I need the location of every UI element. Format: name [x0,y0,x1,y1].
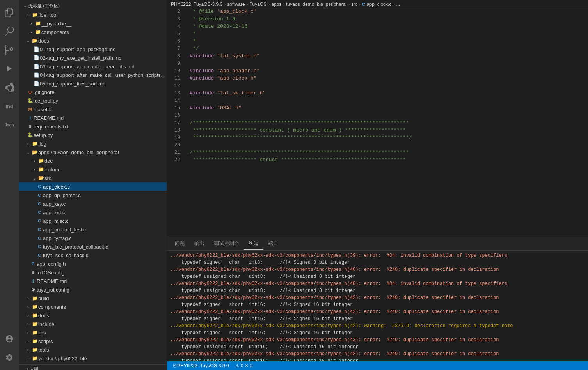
sidebar-item-apps[interactable]: ⌄ 📂 apps \ tuyaos_demo_ble_peripheral [19,148,167,157]
txt-icon: ≡ [30,270,37,275]
arrow-icon: › [25,331,31,335]
sidebar-item-requirements[interactable]: ≡ requiements.txt [19,122,167,131]
terminal-output[interactable]: ../vendor/phy6222_ble/sdk/phy62xx-sdk-v3… [167,251,588,361]
account-icon[interactable] [0,329,19,348]
arrow-expanded-icon: ⌄ [25,39,31,43]
status-errors[interactable]: ⚠ 0 ✕ 0 [232,361,256,370]
folder-icon: 📁 [31,330,38,335]
sidebar-item-app-misc-c[interactable]: C app_misc.c [19,217,167,225]
code-line-17: 17 /************************************… [167,120,588,127]
sidebar-item-app-tymsg-c[interactable]: C app_tymsg.c [19,234,167,242]
md-file-icon: 📄 [33,46,40,52]
folder-open-icon: 📂 [31,38,38,43]
sidebar-item-tag04[interactable]: 📄 04-tag_support_after_make_call_user_py… [19,71,167,79]
arrow-icon: › [31,167,37,172]
sidebar-item-ide-tool-py[interactable]: 🐍 ide_tool.py [19,96,167,105]
git-icon: ⊙ [27,89,34,95]
workspace-title[interactable]: ⌄ 无标题 (工作区) [19,0,167,11]
sidebar-item-components2[interactable]: › 📁 components [19,302,167,311]
run-debug-icon[interactable] [0,59,19,78]
c-file-icon: C [36,253,43,258]
code-line-2: 2 * @file 'app_clock.c' [167,9,588,16]
sidebar-item-tag05[interactable]: 📄 05-tag_support_files_sort.md [19,79,167,88]
sidebar-item-readme-apps[interactable]: ℹ README.md [19,277,167,285]
terminal-line: ../vendor/phy6222_ble/sdk/phy62xx-sdk-v3… [170,252,585,259]
sidebar-item-vendor[interactable]: › 📁 vendor \ phy6222_ble [19,354,167,363]
c-file-icon: C [36,244,43,249]
tab-output[interactable]: 输出 [190,238,209,250]
terminal-line: typedef signed short int16; //!< Signed … [170,301,585,308]
sidebar-item-gitignore[interactable]: ⊙ .gitignore [19,88,167,96]
source-control-icon[interactable] [0,41,19,59]
md-file-icon: 📄 [33,64,40,69]
sidebar-item-log[interactable]: › 📁 .log [19,139,167,148]
status-branch[interactable]: ⎘ PHY6222_TuyaOS-3.9.0 [170,361,232,370]
sidebar-item-app-dp-parser-c[interactable]: C app_dp_parser.c [19,191,167,199]
tab-debug-console[interactable]: 调试控制台 [209,238,244,250]
code-line-7: 7 */ [167,46,588,53]
settings-icon: ⚙ [30,287,37,292]
terminal-line: ../vendor/phy6222_ble/sdk/phy62xx-sdk-v3… [170,294,585,301]
arrow-icon: › [25,322,31,326]
explorer-icon[interactable] [0,3,19,22]
folder-icon: 📁 [34,21,41,26]
windicss-icon[interactable]: ind [0,97,19,116]
editor-content[interactable]: 2 * @file 'app_clock.c' 3 * @version 1.0… [167,9,588,237]
sidebar-item-libs[interactable]: › 📁 libs [19,328,167,337]
code-line-21: 21 /************************************… [167,149,588,157]
sidebar-item-tag03[interactable]: 📄 03-tag_support_app_config_need_libs.md [19,62,167,71]
main-content: PHY6222_TuyaOS-3.9.0 › software › TuyaOS… [167,0,588,370]
sidebar-item-build[interactable]: › 📁 build [19,294,167,302]
py-file-icon: 🐍 [27,98,34,103]
sidebar-item-app-product-test-c[interactable]: C app_product_test.c [19,225,167,234]
folder-icon: 📁 [31,304,38,310]
sidebar-item-tools[interactable]: › 📁 tools [19,345,167,354]
arrow-icon: › [25,313,31,318]
terminal-line: ../vendor/phy6222_ble/sdk/phy62xx-sdk-v3… [170,308,585,315]
sidebar-item-include-sub[interactable]: › 📁 include [19,165,167,174]
extensions-icon[interactable] [0,78,19,97]
json-icon[interactable]: Json [0,116,19,134]
arrow-icon: › [28,30,34,34]
sidebar-item-docs2[interactable]: › 📁 docs [19,311,167,320]
tab-ports[interactable]: 端口 [263,238,283,250]
sidebar-item-app-clock-c[interactable]: C app_clock.c [19,182,167,191]
panel-tabs: 问题 输出 调试控制台 终端 端口 [167,237,588,251]
sidebar-item-docs[interactable]: ⌄ 📂 docs [19,36,167,45]
sidebar-item-pycache[interactable]: › 📁 __pycache__ [19,19,167,28]
code-line-3: 3 * @version 1.0 [167,16,588,23]
folder-icon: 📁 [31,295,38,301]
outline-section[interactable]: › 大纲 [19,365,167,370]
sidebar-item-components-root[interactable]: › 📁 components [19,28,167,36]
md-file-icon: 📄 [33,81,40,86]
sidebar-item-tuya-ble-protocol-c[interactable]: C tuya_ble_protocol_callback.c [19,242,167,251]
sidebar-item-doc-sub[interactable]: › 📁 doc [19,157,167,165]
sidebar-item-lotos-config[interactable]: ≡ loTOSconfig [19,268,167,277]
sidebar-item-scripts[interactable]: › 📁 scripts [19,337,167,345]
tab-problems[interactable]: 问题 [170,238,190,250]
terminal-line: typedef unsigned char uint8; //!< Unsign… [170,287,585,294]
sidebar-item-tuya-sdk-callback-c[interactable]: C tuya_sdk_callback.c [19,251,167,260]
c-file-icon: C [36,184,43,189]
tab-terminal[interactable]: 终端 [244,238,263,250]
sidebar-item-setup-py[interactable]: 🐍 setup.py [19,131,167,139]
settings-icon[interactable] [0,348,19,367]
sidebar-item-tag02[interactable]: 📄 02-tag_my_exe_get_install_path.md [19,53,167,62]
sidebar-item-tag01[interactable]: 📄 01-tag_support_app_package.md [19,45,167,53]
sidebar-item-include2[interactable]: › 📁 include [19,320,167,328]
sidebar-item-app-config-h[interactable]: C app_config.h [19,260,167,268]
c-file-icon: C [36,227,43,232]
sidebar-item-readme-root[interactable]: ℹ README.md [19,114,167,122]
sidebar-item-app-key-c[interactable]: C app_key.c [19,199,167,208]
sidebar-item-app-led-c[interactable]: C app_led.c [19,208,167,217]
folder-icon: 📁 [31,12,38,18]
code-line-9: 9 [167,60,588,68]
sidebar-item-ide-tool[interactable]: › 📁 .ide_tool [19,11,167,19]
sidebar-tree: › 📁 .ide_tool › 📁 __pycache__ › 📁 compon… [19,11,167,370]
arrow-icon: › [25,339,31,343]
sidebar-item-makefile[interactable]: M makefile [19,105,167,114]
terminal-line: typedef signed char int8; //!< Signed 8 … [170,259,585,266]
sidebar-item-tuya-iot-config[interactable]: ⚙ tuya_iot.config [19,285,167,294]
search-icon[interactable] [0,22,19,41]
sidebar-item-src[interactable]: ⌄ 📂 src [19,174,167,182]
